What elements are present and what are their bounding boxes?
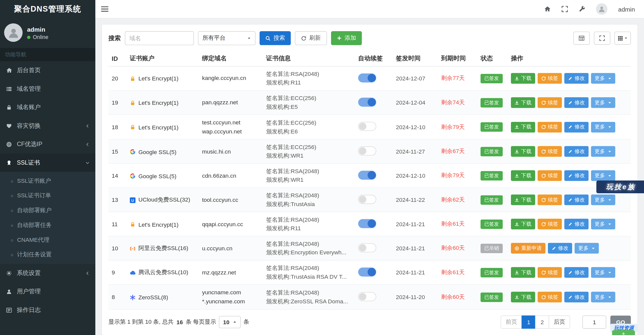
renew-button[interactable]: 续签 <box>538 122 562 132</box>
auto-renew-toggle[interactable] <box>358 267 376 276</box>
log-icon <box>6 307 12 313</box>
fullscreen-button[interactable] <box>561 6 568 12</box>
page-2-button[interactable]: 2 <box>535 315 549 328</box>
topbar-username[interactable]: admin <box>618 6 635 13</box>
sidebar-item-cf-ip[interactable]: CF优选IP <box>0 135 95 153</box>
auto-renew-toggle[interactable] <box>358 98 376 107</box>
expire-remaining: 剩余61天 <box>438 212 477 236</box>
auto-renew-toggle[interactable] <box>358 195 376 204</box>
renew-button[interactable]: 续签 <box>538 219 562 229</box>
auto-renew-toggle[interactable] <box>358 73 376 82</box>
download-button[interactable]: 下载 <box>511 122 535 132</box>
sidebar-item-failover[interactable]: 容灾切换 <box>0 117 95 135</box>
page-size-value: 10 <box>223 319 229 325</box>
refresh-button[interactable]: 刷新 <box>295 31 327 45</box>
edit-button[interactable]: 修改 <box>564 97 588 108</box>
status-badge: 已签发 <box>480 98 503 107</box>
app-logo[interactable]: 聚合DNS管理系统 <box>0 0 95 18</box>
user-avatar[interactable] <box>596 3 608 15</box>
sidebar-nav: 后台首页 域名管理 域名账户 容灾切换 CF优选IP <box>0 61 95 319</box>
more-button[interactable]: 更多 <box>591 195 615 205</box>
edit-button[interactable]: 修改 <box>564 170 588 181</box>
edit-button[interactable]: 修改 <box>564 195 588 205</box>
edit-button[interactable]: 修改 <box>564 73 588 84</box>
renew-button[interactable]: 续签 <box>538 170 562 181</box>
page-1-button[interactable]: 1 <box>522 315 536 328</box>
fullscreen-table-button[interactable] <box>594 32 610 45</box>
sidebar-subitem-cron-settings[interactable]: ○计划任务设置 <box>0 247 95 262</box>
home-shortcut-button[interactable] <box>544 6 551 12</box>
edit-button[interactable]: 修改 <box>564 122 588 132</box>
add-button[interactable]: 添加 <box>331 31 362 45</box>
sidebar-subitem-deploy-accounts[interactable]: ○自动部署账户 <box>0 203 95 218</box>
actions-cell: 下载续签修改更多 <box>508 285 631 310</box>
auto-renew-toggle[interactable] <box>358 122 376 131</box>
edit-button[interactable]: 修改 <box>564 292 588 302</box>
renew-button[interactable]: 续签 <box>538 97 562 108</box>
auto-renew-cell <box>355 212 393 236</box>
download-button[interactable]: 下载 <box>511 292 535 302</box>
renew-button[interactable]: 续签 <box>538 195 562 205</box>
more-button[interactable]: 更多 <box>591 97 615 108</box>
sidebar-toggle-button[interactable] <box>95 0 114 18</box>
sidebar-subitem-deploy-tasks[interactable]: ○自动部署任务 <box>0 218 95 233</box>
auto-renew-toggle[interactable] <box>358 147 376 156</box>
table-row: 9腾讯云免费SSL(10)mz.qqzzz.net签名算法:RSA(2048)颁… <box>108 261 631 285</box>
search-button[interactable]: 搜索 <box>260 31 291 45</box>
more-button[interactable]: 更多 <box>591 219 615 229</box>
download-button[interactable]: 下载 <box>511 73 535 84</box>
edit-button[interactable]: 修改 <box>564 146 588 157</box>
reapply-button[interactable]: 重新申请 <box>511 243 545 254</box>
sidebar-item-operation-log[interactable]: 操作日志 <box>0 301 95 319</box>
sidebar-item-domain-manage[interactable]: 域名管理 <box>0 80 95 98</box>
more-button[interactable]: 更多 <box>591 292 615 302</box>
auto-renew-toggle[interactable] <box>358 171 376 180</box>
renew-button[interactable]: 续签 <box>538 146 562 157</box>
more-button[interactable]: 更多 <box>591 267 615 278</box>
floating-action-button[interactable]: + <box>612 330 635 335</box>
more-button[interactable]: 更多 <box>591 146 615 157</box>
auto-renew-toggle[interactable] <box>358 219 376 228</box>
domain-search-input[interactable] <box>125 31 194 45</box>
provider-name: Google SSL(5) <box>138 149 176 155</box>
more-button[interactable]: 更多 <box>575 243 599 254</box>
sidebar-subitem-cname-proxy[interactable]: ○CNAME代理 <box>0 233 95 248</box>
sidebar-item-ssl-cert[interactable]: SSL证书 <box>0 154 95 172</box>
auto-renew-toggle[interactable] <box>358 292 376 301</box>
renew-button[interactable]: 续签 <box>538 267 562 278</box>
renew-button[interactable]: 续签 <box>538 292 562 302</box>
download-button[interactable]: 下载 <box>511 219 535 229</box>
edit-button[interactable]: 修改 <box>564 219 588 229</box>
columns-dropdown-button[interactable] <box>614 32 631 45</box>
edit-button[interactable]: 修改 <box>564 267 588 278</box>
tools-button[interactable] <box>579 6 585 12</box>
online-status-label: Online <box>33 34 48 40</box>
platform-select[interactable]: 所有平台 <box>198 31 256 45</box>
more-button[interactable]: 更多 <box>591 73 615 84</box>
page-size-select[interactable]: 10 <box>219 316 240 328</box>
download-button[interactable]: 下载 <box>511 146 535 157</box>
sidebar-item-dashboard[interactable]: 后台首页 <box>0 61 95 79</box>
sidebar-subitem-ssl-accounts[interactable]: ○SSL证书账户 <box>0 174 95 188</box>
edit-button[interactable]: 修改 <box>548 243 572 254</box>
next-page-button[interactable]: 后页 <box>549 315 570 328</box>
more-button[interactable]: 更多 <box>591 170 615 181</box>
goto-page-input[interactable] <box>582 315 606 328</box>
sidebar-item-user-manage[interactable]: 用户管理 <box>0 282 95 301</box>
prev-page-button[interactable]: 前页 <box>501 315 522 328</box>
renew-button[interactable]: 续签 <box>538 73 562 84</box>
auto-renew-toggle[interactable] <box>358 243 376 252</box>
sidebar-item-label: CF优选IP <box>17 140 42 148</box>
download-button[interactable]: 下载 <box>511 267 535 278</box>
sidebar-item-domain-accounts[interactable]: 域名账户 <box>0 98 95 116</box>
sidebar-item-system-settings[interactable]: 系统设置 <box>0 264 95 282</box>
toggle-view-button[interactable] <box>573 32 590 45</box>
auto-renew-cell <box>355 188 393 212</box>
sidebar-subitem-ssl-orders[interactable]: ○SSL证书订单 <box>0 188 95 203</box>
status-badge: 已签发 <box>480 147 503 156</box>
list-icon <box>6 86 12 92</box>
more-button[interactable]: 更多 <box>591 122 615 132</box>
download-button[interactable]: 下载 <box>511 195 535 205</box>
download-button[interactable]: 下载 <box>511 170 535 181</box>
download-button[interactable]: 下载 <box>511 97 535 108</box>
